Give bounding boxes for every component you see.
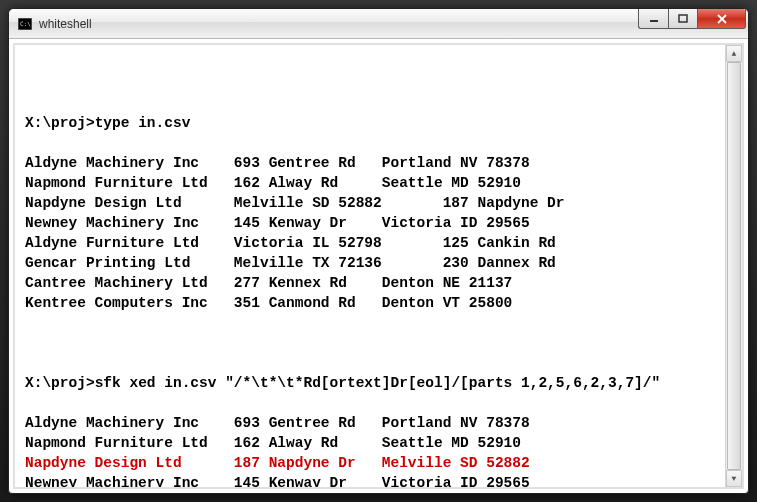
app-icon: C:\: [17, 16, 33, 32]
output-row: Kentree Computers Inc 351 Canmond Rd Den…: [25, 293, 732, 313]
output-row: Gencar Printing Ltd Melville TX 72136 23…: [25, 253, 732, 273]
window-controls: [638, 9, 746, 29]
maximize-button[interactable]: [668, 9, 698, 29]
output-row: Napdyne Design Ltd Melville SD 52882 187…: [25, 193, 732, 213]
output-row: Newney Machinery Inc 145 Kenway Dr Victo…: [25, 213, 732, 233]
command-text: sfk xed in.csv "/*\t*\t*Rd[ortext]Dr[eol…: [95, 375, 661, 391]
output-row: Aldyne Furniture Ltd Victoria IL 52798 1…: [25, 233, 732, 253]
titlebar[interactable]: C:\ whiteshell: [9, 9, 748, 39]
scrollbar-vertical[interactable]: ▲ ▼: [725, 45, 742, 487]
window-frame: C:\ whiteshell X:\proj>type in.csv Aldyn…: [8, 8, 749, 494]
scroll-down-button[interactable]: ▼: [726, 470, 742, 487]
minimize-button[interactable]: [638, 9, 668, 29]
output-row: Napdyne Design Ltd 187 Napdyne Dr Melvil…: [25, 453, 732, 473]
close-button[interactable]: [698, 9, 746, 29]
command-text: type in.csv: [95, 115, 191, 131]
svg-rect-4: [679, 15, 687, 22]
scroll-up-button[interactable]: ▲: [726, 45, 742, 62]
output-row: Cantree Machinery Ltd 277 Kennex Rd Dent…: [25, 273, 732, 293]
output-row: Napmond Furniture Ltd 162 Alway Rd Seatt…: [25, 433, 732, 453]
output-block-1: Aldyne Machinery Inc 693 Gentree Rd Port…: [25, 153, 732, 313]
window-title: whiteshell: [39, 17, 92, 31]
output-row: Napmond Furniture Ltd 162 Alway Rd Seatt…: [25, 173, 732, 193]
command-line: X:\proj>type in.csv: [25, 113, 732, 133]
output-row: Newney Machinery Inc 145 Kenway Dr Victo…: [25, 473, 732, 489]
prompt: X:\proj>: [25, 375, 95, 391]
blank-line: [25, 73, 732, 93]
scroll-track[interactable]: [726, 62, 742, 470]
terminal-content[interactable]: X:\proj>type in.csv Aldyne Machinery Inc…: [13, 43, 744, 489]
scroll-thumb[interactable]: [727, 62, 741, 470]
prompt: X:\proj>: [25, 115, 95, 131]
output-row: Aldyne Machinery Inc 693 Gentree Rd Port…: [25, 413, 732, 433]
output-block-2: Aldyne Machinery Inc 693 Gentree Rd Port…: [25, 413, 732, 489]
output-row: Aldyne Machinery Inc 693 Gentree Rd Port…: [25, 153, 732, 173]
blank-line: [25, 333, 732, 353]
command-line: X:\proj>sfk xed in.csv "/*\t*\t*Rd[ortex…: [25, 373, 732, 393]
svg-text:C:\: C:\: [20, 20, 31, 27]
svg-rect-3: [650, 20, 658, 22]
